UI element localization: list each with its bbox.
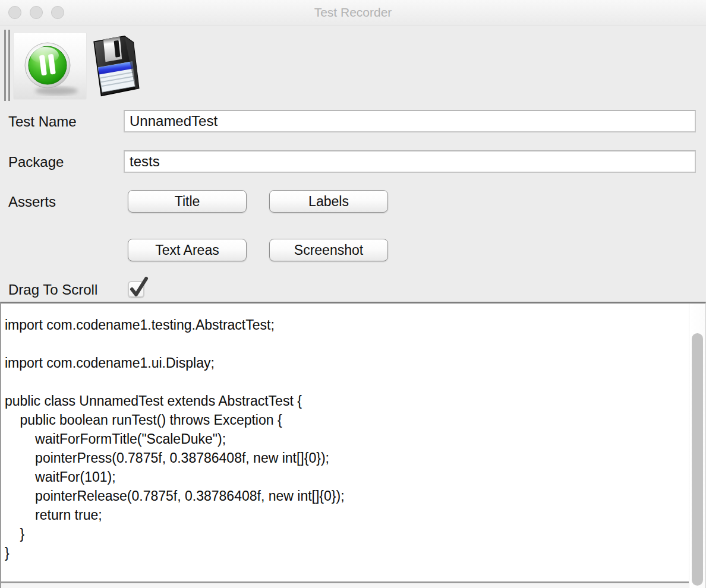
horizontal-scrollbar-track[interactable]	[1, 583, 689, 588]
package-input[interactable]	[124, 150, 696, 173]
assert-labels-button[interactable]: Labels	[269, 190, 388, 213]
test-recorder-window: Test Recorder	[0, 0, 706, 588]
toolbar-drag-grip[interactable]	[4, 30, 6, 101]
generated-code-text[interactable]: import com.codename1.testing.AbstractTes…	[1, 304, 705, 562]
assert-screenshot-button[interactable]: Screenshot	[269, 239, 388, 261]
generated-code-pane: import com.codename1.testing.AbstractTes…	[0, 302, 706, 588]
save-test-button[interactable]	[89, 33, 144, 100]
window-title: Test Recorder	[0, 0, 706, 25]
asserts-label: Asserts	[8, 194, 56, 210]
vertical-scrollbar-track[interactable]	[689, 304, 705, 588]
pause-icon	[14, 92, 86, 101]
package-label: Package	[8, 154, 64, 170]
vertical-scrollbar-thumb[interactable]	[692, 333, 703, 586]
drag-to-scroll-checkbox[interactable]	[128, 281, 144, 298]
assert-title-button[interactable]: Title	[128, 190, 247, 213]
test-name-input[interactable]	[124, 110, 696, 132]
pause-recording-button[interactable]	[13, 32, 87, 100]
test-name-label: Test Name	[8, 113, 77, 130]
assert-text-areas-button[interactable]: Text Areas	[128, 239, 247, 261]
checkmark-icon	[128, 275, 150, 301]
save-icon	[90, 91, 143, 100]
titlebar: Test Recorder	[0, 0, 706, 26]
drag-to-scroll-label: Drag To Scroll	[8, 282, 97, 298]
